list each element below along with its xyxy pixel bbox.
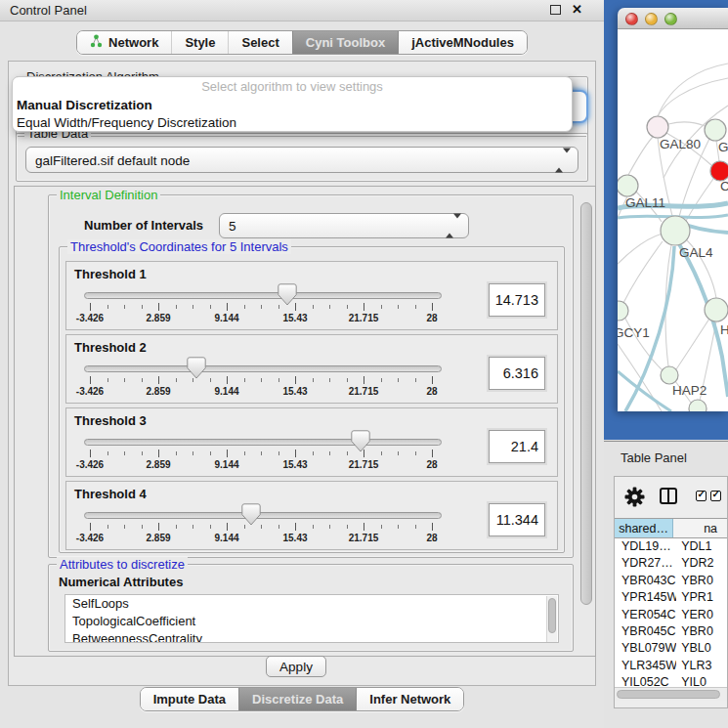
threshold-value-input[interactable] — [489, 430, 545, 463]
network-edge[interactable] — [658, 64, 728, 116]
tab-cyni-toolbox[interactable]: Cyni Toolbox — [292, 31, 398, 54]
threshold-slider[interactable]: -3.4262.8599.14415.4321.71528 — [84, 285, 455, 328]
checkbox-icon[interactable] — [710, 491, 721, 501]
table-row[interactable]: YER054CYER0 — [615, 607, 727, 623]
close-traffic-light[interactable] — [625, 13, 638, 25]
network-canvas[interactable]: GAL80GACGAL11GAL4GCY1HHAP2 — [618, 29, 728, 411]
tab-style[interactable]: Style — [171, 31, 228, 54]
gal4-node[interactable] — [661, 216, 690, 245]
apply-button[interactable]: Apply — [266, 656, 326, 677]
close-panel-icon[interactable]: ✕ — [572, 2, 582, 17]
cell-name[interactable]: YPR1 — [676, 589, 727, 606]
h-node[interactable] — [705, 298, 728, 321]
node-label: GA — [718, 140, 728, 154]
table-rows: YDL19…YDL1YDR27…YDR2YBR043CYBR0YPR145WYP… — [615, 538, 727, 687]
hap2-node[interactable] — [661, 366, 678, 384]
cell-shared-name[interactable]: YBL079W — [615, 640, 676, 657]
node-label: GAL11 — [625, 195, 665, 210]
cell-name[interactable]: YIL0 — [676, 674, 727, 687]
tab-discretize-data[interactable]: Discretize Data — [238, 688, 356, 710]
cell-name[interactable]: YDL1 — [676, 538, 727, 555]
list-item[interactable]: SelfLoops — [65, 595, 558, 613]
cell-shared-name[interactable]: YER054C — [615, 607, 676, 623]
cell-name[interactable]: YER0 — [676, 607, 727, 623]
cell-shared-name[interactable]: YIL052C — [615, 674, 676, 687]
dropdown-placeholder-item[interactable]: Select algorithm to view settings — [13, 77, 572, 97]
cell-name[interactable]: YBR0 — [676, 623, 727, 640]
threshold-list: Threshold 1-3.4262.8599.14415.4321.71528… — [65, 261, 558, 554]
float-panel-icon[interactable] — [550, 5, 561, 15]
cell-shared-name[interactable]: YDL19… — [615, 538, 676, 555]
table-row[interactable]: YDL19…YDL1 — [615, 538, 727, 555]
table-panel-body: shared… na YDL19…YDL1YDR27…YDR2YBR043CYB… — [614, 476, 728, 708]
threshold-slider[interactable]: -3.4262.8599.14415.4321.71528 — [84, 432, 455, 475]
slider-track[interactable] — [84, 292, 442, 299]
minimize-traffic-light[interactable] — [645, 13, 658, 25]
slider-track[interactable] — [84, 439, 442, 446]
column-header-shared-name[interactable]: shared… — [615, 519, 673, 537]
gal11-node[interactable] — [618, 175, 638, 196]
slider-handle[interactable] — [351, 430, 370, 452]
split-view-icon[interactable] — [660, 488, 677, 504]
threshold-value-input[interactable] — [489, 503, 545, 536]
vertical-scrollbar[interactable] — [580, 202, 592, 605]
threshold-slider[interactable]: -3.4262.8599.14415.4321.71528 — [84, 505, 455, 548]
threshold-value-input[interactable] — [489, 357, 545, 390]
table-row[interactable]: YPR145WYPR1 — [615, 589, 727, 606]
list-scrollbar[interactable] — [546, 596, 557, 643]
tab-network-label: Network — [108, 35, 158, 50]
checkbox-icon[interactable] — [696, 491, 707, 501]
table-row[interactable]: YIL052CYIL0 — [615, 674, 727, 687]
gal80-node[interactable] — [647, 116, 668, 138]
tab-impute-data[interactable]: Impute Data — [141, 688, 238, 710]
bottom-node[interactable] — [689, 400, 707, 411]
cell-name[interactable]: YBL0 — [676, 640, 727, 657]
tab-network[interactable]: Network — [77, 31, 171, 54]
list-item[interactable]: BetweennessCentrality — [65, 630, 558, 643]
cell-name[interactable]: YLR3 — [676, 658, 727, 674]
threshold-slider[interactable]: -3.4262.8599.14415.4321.71528 — [84, 359, 455, 402]
dropdown-option-manual[interactable]: Manual Discretization — [13, 97, 572, 114]
slider-handle[interactable] — [187, 357, 206, 379]
zoom-traffic-light[interactable] — [664, 13, 677, 25]
tab-infer-network[interactable]: Infer Network — [356, 688, 463, 710]
network-edge[interactable] — [628, 136, 654, 175]
slider-track[interactable] — [84, 365, 442, 372]
number-of-intervals-combobox[interactable]: 5 — [219, 213, 469, 238]
slider-handle[interactable] — [241, 503, 261, 526]
network-edge[interactable] — [618, 234, 663, 264]
network-icon — [90, 34, 103, 51]
column-header-name[interactable]: na — [673, 519, 727, 537]
cell-shared-name[interactable]: YBR045C — [615, 623, 676, 640]
red-node[interactable] — [710, 161, 728, 181]
top-right-node[interactable] — [705, 119, 726, 141]
network-edge[interactable] — [676, 319, 709, 369]
network-edge[interactable] — [668, 122, 705, 126]
dropdown-option-equal-width[interactable]: Equal Width/Frequency Discretization — [13, 114, 572, 132]
list-item[interactable]: TopologicalCoefficient — [65, 613, 558, 630]
table-data-combobox[interactable]: galFiltered.sif default node — [25, 147, 578, 173]
cell-name[interactable]: YDR2 — [676, 555, 727, 572]
cell-shared-name[interactable]: YLR345W — [615, 658, 676, 674]
threshold-value-input[interactable] — [489, 283, 545, 317]
table-row[interactable]: YBR043CYBR0 — [615, 573, 727, 589]
tab-select[interactable]: Select — [228, 31, 291, 54]
gcy1-node[interactable] — [618, 301, 628, 321]
cell-shared-name[interactable]: YBR043C — [615, 573, 676, 589]
gear-icon[interactable] — [624, 487, 645, 511]
tab-jactivemnodules[interactable]: jActiveMNodules — [398, 31, 527, 54]
cell-shared-name[interactable]: YPR145W — [615, 589, 676, 606]
network-edge[interactable] — [623, 241, 663, 303]
table-row[interactable]: YBR045CYBR0 — [615, 623, 727, 640]
cell-name[interactable]: YBR0 — [676, 573, 727, 589]
attributes-group-title: Attributes to discretize — [57, 557, 188, 572]
network-edge[interactable] — [686, 179, 713, 221]
table-row[interactable]: YBL079WYBL0 — [615, 640, 727, 657]
slider-track[interactable] — [84, 512, 442, 519]
cell-shared-name[interactable]: YDR27… — [615, 555, 676, 572]
table-row[interactable]: YDR27…YDR2 — [615, 555, 727, 572]
table-row[interactable]: YLR345WYLR3 — [615, 658, 727, 674]
numerical-attributes-list[interactable]: SelfLoopsTopologicalCoefficientBetweenne… — [64, 594, 559, 643]
horizontal-scrollbar[interactable] — [615, 687, 727, 701]
slider-handle[interactable] — [278, 283, 297, 306]
